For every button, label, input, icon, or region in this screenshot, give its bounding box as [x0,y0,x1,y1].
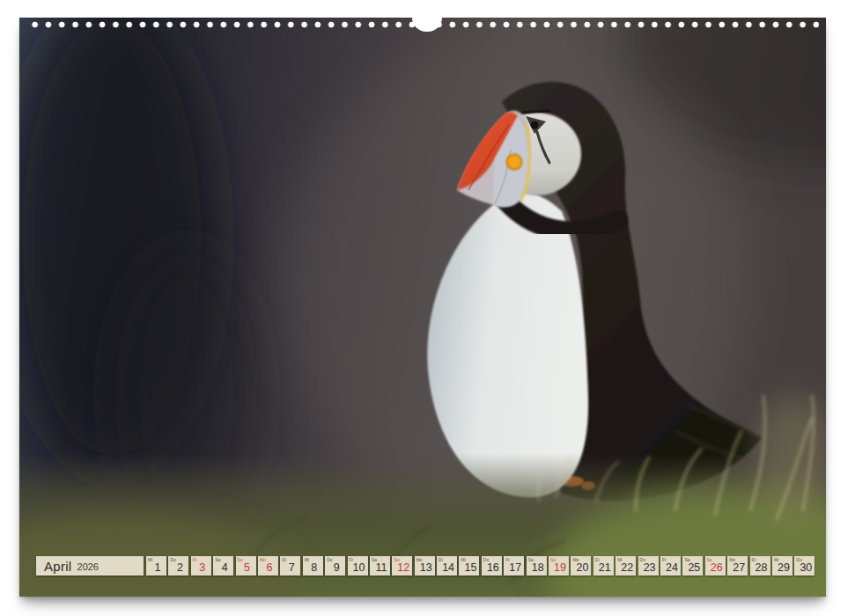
day-cell: Fr3 [191,556,211,576]
day-number: 22 [615,562,636,574]
day-number: 29 [772,562,792,574]
weekday-label: Do [170,558,175,562]
day-number: 8 [303,562,323,574]
puffin-photo [19,18,826,597]
day-number: 13 [415,562,435,574]
day-cell: Fr24 [660,556,681,576]
day-number: 30 [794,562,814,574]
day-number: 1 [146,562,166,574]
day-number: 23 [638,562,659,574]
day-cell: Do23 [638,556,659,576]
year-label: 2026 [77,562,99,572]
day-cell: Mo20 [571,556,591,576]
day-number: 7 [280,562,300,574]
day-cell: Fr10 [348,556,368,576]
day-cell: Fr17 [504,556,524,576]
day-cell: Sa25 [682,556,703,576]
day-number: 26 [705,562,726,574]
day-number: 14 [437,562,457,574]
day-number: 4 [213,562,233,574]
day-number: 12 [392,562,412,574]
day-number: 3 [191,562,211,574]
day-cell: Do16 [482,556,502,576]
day-number: 5 [236,562,256,574]
day-cell: Sa4 [213,556,233,576]
date-strip: April 2026 Mi1Do2Fr3Sa4So5Mo6Di7Mi8Do9Fr… [19,556,826,576]
weekday-label: Mi [148,558,152,562]
weekday-label: Mo [260,558,266,562]
day-cell: Mo27 [727,556,748,576]
day-number: 21 [593,562,614,574]
day-number: 20 [571,562,591,574]
weekday-label: Fr [193,558,197,562]
day-number: 27 [727,562,748,574]
day-number: 18 [527,562,547,574]
day-number: 16 [482,562,502,574]
day-number: 25 [682,562,703,574]
day-cell: Di28 [750,556,770,576]
day-cell: Mi29 [772,556,792,576]
day-cell: Sa18 [527,556,547,576]
day-cell: So12 [392,556,412,576]
day-cell: Di21 [593,556,614,576]
day-cell: Mi22 [615,556,636,576]
weekday-label: Sa [215,558,220,562]
day-cell: Mi15 [459,556,479,576]
day-number: 6 [258,562,278,574]
day-number: 24 [660,562,681,574]
day-cell: Do9 [325,556,345,576]
day-number: 9 [325,562,345,574]
weekday-label: Di [282,558,286,562]
day-number: 28 [750,562,770,574]
weekday-label: Do [327,558,332,562]
day-number: 17 [504,562,524,574]
day-cell: Mi8 [303,556,323,576]
day-cell: Do2 [168,556,188,576]
day-cells: Mi1Do2Fr3Sa4So5Mo6Di7Mi8Do9Fr10Sa11So12M… [146,556,814,576]
product-stage: { "calendar": { "month_label": "April", … [0,0,855,616]
day-number: 10 [348,562,368,574]
day-cell: Di7 [280,556,300,576]
month-label: April [44,560,72,573]
day-cell: Mo13 [415,556,435,576]
day-number: 19 [549,562,569,574]
day-cell: So5 [236,556,256,576]
weekday-label: So [238,558,243,562]
day-cell: Sa11 [370,556,390,576]
month-box: April 2026 [36,556,144,576]
day-cell: So26 [705,556,726,576]
day-cell: Di14 [437,556,457,576]
day-cell: Do30 [794,556,814,576]
day-number: 11 [370,562,390,574]
day-number: 15 [459,562,479,574]
day-cell: Mo6 [258,556,278,576]
day-cell: Mi1 [146,556,166,576]
day-cell: So19 [549,556,569,576]
calendar-page: April 2026 Mi1Do2Fr3Sa4So5Mo6Di7Mi8Do9Fr… [19,18,826,597]
day-number: 2 [168,562,188,574]
weekday-label: Mi [305,558,309,562]
